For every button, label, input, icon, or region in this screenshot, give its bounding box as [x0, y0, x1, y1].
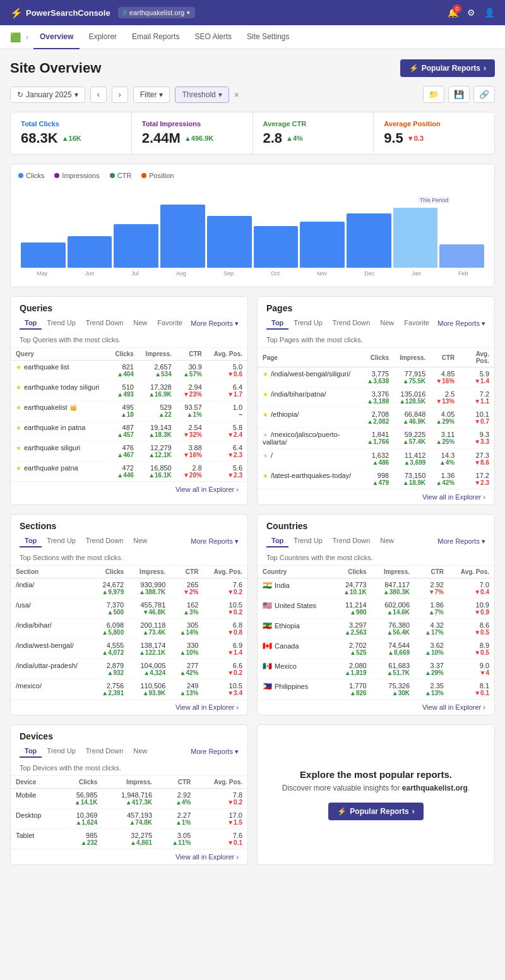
- download-icon-button[interactable]: 💾: [448, 86, 470, 103]
- tab-countries-trend-down[interactable]: Trend Down: [328, 535, 376, 547]
- cell-clicks: 1,632▲486: [362, 449, 394, 469]
- cell-name: /india/bihar/: [11, 619, 92, 639]
- pages-card: Pages Top Trend Up Trend Down New Favori…: [257, 296, 495, 505]
- devices-more-reports[interactable]: More Reports ▾: [191, 748, 239, 756]
- subnav-explorer[interactable]: Explorer: [82, 25, 123, 49]
- x-label-jun: Jun: [85, 270, 95, 277]
- pages-more-reports[interactable]: More Reports ▾: [437, 320, 485, 328]
- date-filter-button[interactable]: ↻ January 2025 ▾: [10, 87, 85, 103]
- countries-table-scroll[interactable]: Country Clicks Impress. CTR Avg. Pos. 🇮🇳…: [258, 566, 494, 699]
- subnav-site-settings[interactable]: Site Settings: [241, 25, 295, 49]
- devices-table-scroll[interactable]: Device Clicks Impress. CTR Avg. Pos. Mob…: [11, 776, 247, 849]
- metric-position-delta: ▼0.3: [407, 134, 424, 142]
- tab-pages-top[interactable]: Top: [266, 317, 288, 330]
- user-button[interactable]: 👤: [484, 8, 495, 18]
- tab-countries-trend-up[interactable]: Trend Up: [288, 535, 327, 547]
- settings-button[interactable]: ⚙: [467, 8, 475, 18]
- subnav-overview[interactable]: Overview: [33, 25, 80, 49]
- countries-description: Top Countries with the most clicks.: [258, 551, 494, 566]
- pages-view-all-link[interactable]: View all in Explorer ›: [422, 493, 485, 501]
- tab-queries-trend-up[interactable]: Trend Up: [42, 317, 80, 330]
- notification-button[interactable]: 🔔 0: [448, 8, 458, 18]
- queries-table-scroll[interactable]: Query Clicks Impress. CTR Avg. Pos. ★ear…: [11, 348, 247, 481]
- devices-header-row: Device Clicks Impress. CTR Avg. Pos.: [11, 776, 247, 789]
- table-row: ★earthquake patna472▲44616,850▲16.1K2.8▼…: [11, 462, 247, 482]
- cell-clicks: 4,555▲4,072: [92, 639, 129, 659]
- tab-devices-trend-down[interactable]: Trend Down: [81, 745, 129, 758]
- threshold-button[interactable]: Threshold ▾: [175, 87, 229, 103]
- tab-countries-top[interactable]: Top: [266, 535, 288, 547]
- sections-more-reports[interactable]: More Reports ▾: [191, 537, 239, 546]
- tab-devices-new[interactable]: New: [128, 745, 152, 758]
- sections-view-all-link[interactable]: View all in Explorer ›: [175, 703, 239, 711]
- countries-more-reports[interactable]: More Reports ▾: [437, 537, 485, 546]
- tab-queries-favorite[interactable]: Favorite: [152, 317, 187, 330]
- tab-pages-new[interactable]: New: [375, 317, 399, 330]
- tab-devices-top[interactable]: Top: [20, 745, 42, 758]
- tab-sections-trend-down[interactable]: Trend Down: [81, 535, 129, 547]
- cell-ctr: 277▲42%: [170, 659, 203, 679]
- tab-sections-trend-up[interactable]: Trend Up: [42, 535, 80, 547]
- chart-bar-oct: [254, 226, 299, 268]
- queries-view-all-link[interactable]: View all in Explorer ›: [175, 486, 239, 493]
- devices-view-all[interactable]: View all in Explorer ›: [11, 849, 247, 864]
- link-icon-button[interactable]: 🔗: [473, 86, 495, 103]
- explore-popular-button[interactable]: ⚡ Popular Reports ›: [328, 803, 423, 820]
- cell-clicks: 3,297▲2,563: [333, 619, 372, 639]
- metric-ctr-value: 2.8 ▲4%: [263, 130, 364, 146]
- cell-impressions: 930,990▲388.7K: [129, 578, 170, 599]
- site-selector[interactable]: # earthquakelist.org ▾: [118, 7, 196, 18]
- pages-table-scroll[interactable]: Page Clicks Impress. CTR Avg. Pos. ★/ind…: [258, 348, 494, 489]
- devices-description: Top Devices with the most clicks.: [11, 762, 247, 776]
- cell-name: ★/india/west-bengal/siliguri/: [258, 368, 362, 388]
- cell-ctr: 2.27▲1%: [157, 809, 196, 829]
- tab-devices-trend-up[interactable]: Trend Up: [42, 745, 80, 758]
- cell-impressions: 135,016▲128.5K: [394, 388, 431, 408]
- x-label-feb: Feb: [458, 270, 468, 277]
- table-row: 🇺🇸United States11,214▲980602,006▲14.6K1.…: [258, 599, 494, 619]
- explore-desc-suffix: .: [468, 784, 470, 792]
- tab-pages-trend-down[interactable]: Trend Down: [328, 317, 376, 330]
- cell-pos: 8.1▼0.1: [449, 679, 494, 700]
- metric-position-label: Average Position: [384, 120, 484, 128]
- brand-logo[interactable]: ⚡ PowerSearchConsole: [10, 7, 110, 19]
- tab-countries-new[interactable]: New: [375, 535, 399, 547]
- chart-container: Clicks Impressions CTR Position This Per…: [10, 164, 495, 287]
- tab-queries-top[interactable]: Top: [20, 317, 42, 330]
- tab-queries-trend-down[interactable]: Trend Down: [81, 317, 129, 330]
- cell-pos: 8.6▼0.5: [449, 619, 494, 639]
- prev-period-button[interactable]: ‹: [90, 87, 107, 103]
- sections-view-all[interactable]: View all in Explorer ›: [11, 699, 247, 715]
- queries-card: Queries Top Trend Up Trend Down New Favo…: [10, 296, 248, 505]
- tab-pages-trend-up[interactable]: Trend Up: [288, 317, 327, 330]
- queries-view-all[interactable]: View all in Explorer ›: [11, 481, 247, 497]
- legend-clicks: Clicks: [18, 172, 44, 179]
- subnav-seo-alerts[interactable]: SEO Alerts: [188, 25, 238, 49]
- filter-button[interactable]: Filter ▾: [133, 87, 170, 103]
- countries-view-all-link[interactable]: View all in Explorer ›: [422, 703, 485, 711]
- filter-clear-button[interactable]: ×: [234, 90, 239, 100]
- sections-table-scroll[interactable]: Section Clicks Impress. CTR Avg. Pos. /i…: [11, 566, 247, 699]
- queries-more-reports[interactable]: More Reports ▾: [191, 320, 239, 328]
- pages-header-row: Page Clicks Impress. CTR Avg. Pos.: [258, 348, 494, 368]
- subnav-email-reports[interactable]: Email Reports: [126, 25, 186, 49]
- next-period-button[interactable]: ›: [112, 87, 128, 103]
- tab-sections-top[interactable]: Top: [20, 535, 42, 547]
- devices-view-all-link[interactable]: View all in Explorer ›: [175, 853, 239, 861]
- table-row: ★/latest-earthquakes-today/998▲47973,150…: [258, 469, 494, 489]
- tab-queries-new[interactable]: New: [128, 317, 152, 330]
- cell-name: 🇪🇹Ethiopia: [258, 619, 333, 639]
- queries-table: Query Clicks Impress. CTR Avg. Pos. ★ear…: [11, 348, 247, 481]
- tab-sections-new[interactable]: New: [128, 535, 152, 547]
- cell-impressions: 75,326▲30K: [372, 679, 415, 700]
- pages-view-all[interactable]: View all in Explorer ›: [258, 489, 494, 505]
- col-pos: Avg. Pos.: [196, 776, 247, 789]
- tab-pages-favorite[interactable]: Favorite: [399, 317, 434, 330]
- popular-reports-button[interactable]: ⚡ Popular Reports ›: [400, 59, 495, 77]
- countries-card: Countries Top Trend Up Trend Down New Mo…: [257, 514, 495, 715]
- folder-icon-button[interactable]: 📁: [423, 86, 444, 103]
- metric-clicks-label: Total Clicks: [21, 120, 121, 128]
- pages-header: Pages Top Trend Up Trend Down New Favori…: [258, 297, 494, 333]
- countries-view-all[interactable]: View all in Explorer ›: [258, 699, 494, 715]
- metric-clicks-delta: ▲16K: [62, 134, 81, 142]
